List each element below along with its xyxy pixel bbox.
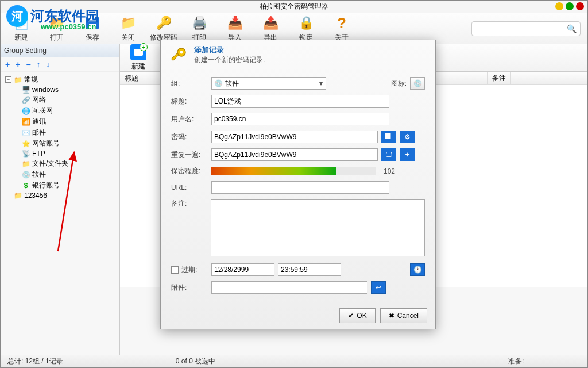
watermark-logo-icon: 河 xyxy=(6,5,28,27)
toggle-password-button[interactable] xyxy=(381,131,396,143)
label-repeat: 重复一遍: xyxy=(171,150,211,160)
sidebar-title: Group Setting xyxy=(1,44,119,57)
toolbar-import-button[interactable]: 📥导入 xyxy=(218,14,252,43)
tree-item-windows[interactable]: 🖥️windows xyxy=(2,85,118,94)
folder-icon: 📁 xyxy=(13,76,22,84)
sidebar-add-button[interactable]: + xyxy=(5,60,10,69)
label-note: 备注: xyxy=(171,199,211,209)
network-icon: 🔗 xyxy=(21,96,30,104)
watermark-url: www.pc0359.cn xyxy=(41,22,96,31)
annotation-arrow-icon xyxy=(52,148,98,257)
sidebar-up-button[interactable]: ↑ xyxy=(37,60,41,69)
icon-picker-button[interactable]: 💿 xyxy=(410,77,425,90)
collapse-icon[interactable]: − xyxy=(5,76,11,83)
password-input[interactable] xyxy=(211,131,378,143)
add-record-dialog: 添加记录 创建一个新的密码记录. 组: 💿软件 图标: 💿 标题: 用户名: 密… xyxy=(160,40,436,329)
disc-icon: 💿 xyxy=(214,79,223,87)
window-close-button[interactable] xyxy=(576,2,584,10)
label-attach: 附件: xyxy=(171,283,211,293)
new-record-icon xyxy=(130,44,146,60)
search-input[interactable]: 🔍 xyxy=(471,21,581,36)
label-url: URL: xyxy=(171,183,211,191)
disc-icon: 💿 xyxy=(21,171,30,179)
svg-rect-8 xyxy=(385,136,388,139)
toolbar-lock-button[interactable]: 🔒锁定 xyxy=(289,14,323,43)
statusbar: 总计: 12组 / 1记录 0 of 0 被选中 准备: xyxy=(1,355,587,367)
expire-time-input[interactable] xyxy=(278,263,341,276)
sidebar-add2-button[interactable]: + xyxy=(16,60,20,69)
sidebar-ops: + + − ↑ ↓ xyxy=(1,57,119,72)
settings-button[interactable]: ✦ xyxy=(400,148,415,161)
sidebar-down-button[interactable]: ↓ xyxy=(47,60,51,69)
cancel-button[interactable]: ✖Cancel xyxy=(380,308,427,323)
svg-rect-5 xyxy=(172,53,179,60)
lock-icon: 🔒 xyxy=(297,14,315,32)
sidebar-remove-button[interactable]: − xyxy=(26,60,30,69)
window-minimize-button[interactable] xyxy=(555,2,563,10)
attachment-browse-button[interactable]: ↩ xyxy=(371,281,386,294)
col-note[interactable]: 备注 xyxy=(488,72,511,84)
svg-rect-7 xyxy=(388,133,390,136)
dollar-icon: $ xyxy=(21,182,30,190)
strength-bar xyxy=(211,167,376,175)
window-maximize-button[interactable] xyxy=(566,2,574,10)
folder2-icon: 📁 xyxy=(21,160,30,168)
label-strength: 保密程度: xyxy=(171,166,211,176)
label-group: 组: xyxy=(171,79,211,89)
toolbar-about-button[interactable]: ?关于 xyxy=(324,14,359,43)
key-icon xyxy=(169,45,188,65)
expire-picker-button[interactable]: 🕐 xyxy=(410,263,425,276)
key-icon: 🔑 xyxy=(155,14,172,32)
title-input[interactable] xyxy=(211,95,389,108)
star-icon: ⭐ xyxy=(21,140,30,148)
tree-item-comm[interactable]: 📶通讯 xyxy=(2,116,118,127)
status-total: 总计: 12组 / 1记录 xyxy=(1,355,121,367)
label-icon: 图标: xyxy=(391,79,407,89)
mail-icon: ✉️ xyxy=(21,129,30,137)
toolbar-changepw-button[interactable]: 🔑修改密码 xyxy=(146,14,181,43)
attachment-field[interactable] xyxy=(211,281,368,294)
group-select[interactable]: 💿软件 xyxy=(211,77,326,90)
close-folder-icon: 📁 xyxy=(119,14,137,32)
url-input[interactable] xyxy=(211,181,389,194)
record-new-button[interactable]: 新建 xyxy=(126,44,151,71)
x-icon: ✖ xyxy=(389,312,394,320)
generate-password-button[interactable]: ⚙ xyxy=(400,131,415,143)
notes-textarea[interactable] xyxy=(211,199,425,256)
monitor-icon: 🖥️ xyxy=(21,86,30,94)
svg-rect-6 xyxy=(385,133,388,136)
tree-item-mail[interactable]: ✉️邮件 xyxy=(2,127,118,138)
ftp-icon: 📡 xyxy=(21,150,30,158)
tree-item-network[interactable]: 🔗网络 xyxy=(2,94,118,105)
label-title: 标题: xyxy=(171,97,211,106)
export-icon: 📤 xyxy=(262,14,279,32)
label-pass: 密码: xyxy=(171,132,211,142)
disc-icon: 💿 xyxy=(413,79,422,87)
label-user: 用户名: xyxy=(171,114,211,124)
tree-root[interactable]: −📁常规 xyxy=(2,74,118,85)
ok-button[interactable]: ✔OK xyxy=(339,308,375,323)
signal-icon: 📶 xyxy=(21,118,30,126)
tree-item-internet[interactable]: 🌐互联网 xyxy=(2,105,118,116)
expire-date-input[interactable] xyxy=(211,263,274,276)
app-title: 柏拉图安全密码管理器 xyxy=(260,2,328,12)
username-input[interactable] xyxy=(211,113,389,125)
label-expire: 过期: xyxy=(181,265,197,275)
folder-icon: 📁 xyxy=(13,191,22,200)
status-ready: 准备: xyxy=(501,355,587,367)
search-icon: 🔍 xyxy=(567,24,577,33)
screen-button[interactable]: 🖵 xyxy=(381,148,396,161)
import-icon: 📥 xyxy=(226,14,243,32)
toolbar-close-button[interactable]: 📁关闭 xyxy=(111,14,145,43)
print-icon: 🖨️ xyxy=(191,14,208,32)
svg-rect-9 xyxy=(388,136,390,139)
toolbar-export-button[interactable]: 📤导出 xyxy=(253,14,288,43)
dialog-title: 添加记录 xyxy=(194,45,265,55)
expire-checkbox[interactable] xyxy=(171,266,179,274)
svg-line-10 xyxy=(58,152,74,251)
svg-point-4 xyxy=(180,51,183,53)
help-icon: ? xyxy=(333,14,350,32)
status-selection: 0 of 0 被选中 xyxy=(121,355,270,367)
toolbar-print-button[interactable]: 🖨️打印 xyxy=(182,14,216,43)
repeat-password-input[interactable] xyxy=(211,148,378,161)
